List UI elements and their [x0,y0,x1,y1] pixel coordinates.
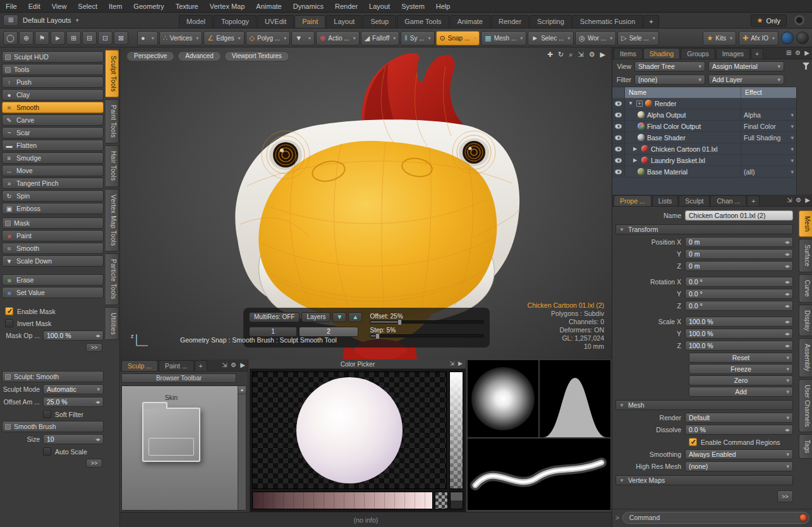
more-options-button[interactable]: >> [86,343,102,352]
transform-action-button[interactable]: Reset [689,353,793,363]
render-dropdown[interactable]: Default [685,413,793,423]
side-tab[interactable]: Surface [799,239,812,272]
properties-tab[interactable]: + [747,195,760,206]
transform-value-field[interactable]: 100.0 % [685,329,793,339]
sculpt-tool-item[interactable]: ✎ Carve [2,114,104,126]
transform-value-field[interactable]: 0 m [685,249,793,259]
shader-tree-row-base-shader[interactable]: Base Shader Full Shading▾ [612,132,796,143]
value-gradient-bar[interactable] [252,492,433,509]
toolbar-button[interactable]: ▷ Sele ... [617,31,659,45]
side-tab[interactable]: Display [799,305,812,337]
tool-category-tab[interactable]: Vertex Map Tools [106,189,119,251]
effect-cell[interactable]: ▾ [741,155,796,166]
transform-value-field[interactable]: 0.0 ° [685,289,793,299]
command-chevron-icon[interactable]: > [615,514,619,521]
visibility-toggle[interactable] [612,155,625,166]
ellipse-icon[interactable]: ◯ [3,31,18,45]
color-sphere-area[interactable] [252,372,447,489]
layouts-icon[interactable]: ⊞ [3,15,18,26]
transform-action-button[interactable]: Freeze [689,364,793,374]
menu-item[interactable]: View [46,0,73,13]
menu-item[interactable]: Item [103,0,128,13]
expand-icon[interactable]: ▶ [633,146,639,152]
sculpt-smooth-header[interactable]: Sculpt: Smooth [2,371,104,382]
sculpt-tool-item[interactable]: ▬ Flatten [2,140,104,151]
expand-plus-icon[interactable]: + [636,100,643,107]
auto-scale-checkbox[interactable] [43,447,51,456]
side-tab[interactable]: User Channels [799,379,812,432]
transform-value-field[interactable]: 100.0 % [685,341,793,351]
layout-tab[interactable]: Render [491,15,529,28]
enable-mask-checkbox[interactable] [5,307,13,315]
sculpt-tool-item[interactable]: ↻ Spin [2,190,104,202]
shading-tab[interactable]: Items [614,48,643,59]
mask-tool-item[interactable]: ■ Erase [2,274,104,286]
toolbar-button[interactable]: ● [137,31,158,45]
filter-dropdown[interactable]: (none) [634,75,705,85]
toolbar-button[interactable]: ◢ Falloff [361,31,400,45]
shader-tree-row-base-material[interactable]: Base Material (all)▾ [612,166,796,178]
effect-cell[interactable]: Final Color▾ [741,121,796,131]
dissolve-field[interactable]: 0.0 % [685,425,793,435]
effect-caret-icon[interactable]: ▾ [791,112,794,118]
effect-caret-icon[interactable]: ▾ [791,157,794,164]
expand-icon[interactable]: ⇲ [450,360,455,366]
expand-icon[interactable]: ⇲ [222,361,227,368]
menu-item[interactable]: Help [430,0,456,13]
effect-cell[interactable]: ▾ [741,143,796,154]
gear-icon[interactable]: ⚙ [231,361,236,368]
multires-level-2-button[interactable]: 2 [299,327,358,337]
collapse-icon[interactable]: ▼ [628,100,634,106]
offset-slider[interactable] [370,320,484,324]
pane-grid-icon[interactable]: ⊞ [66,31,81,45]
scroll-up-icon[interactable]: ▲ [238,386,246,394]
kits-button[interactable]: ★ Kits [703,31,736,45]
multires-button[interactable]: MultiRes: OFF [249,312,300,322]
menu-item[interactable]: Render [329,0,363,13]
tool-category-tab[interactable]: Hair Tools [106,145,119,186]
viewport-mode-button[interactable]: Perspective [126,51,174,61]
layers-button[interactable]: Layers [301,312,330,322]
multires-level-1-button[interactable]: 1 [249,327,297,337]
pane-close-icon[interactable]: ⊠ [114,31,128,45]
layout-tab[interactable]: Layout [326,15,362,28]
brush-stroke-preview[interactable] [468,439,610,510]
command-input[interactable] [622,512,809,524]
filter-funnel-icon[interactable] [803,63,809,70]
mask-tool-item[interactable]: ≈ Smooth [2,243,104,254]
toolbar-button[interactable]: ⊕ Actio ... [316,31,360,45]
more-options-button[interactable]: >> [86,459,102,468]
toolbar-button[interactable]: ▼ [291,31,315,45]
brush-size-field[interactable]: 10 [43,434,104,444]
menu-item[interactable]: System [396,0,430,13]
visibility-toggle[interactable] [612,143,625,154]
properties-tab[interactable]: Sculpt [679,195,710,206]
toolbar-button[interactable]: ‖ Sy ... [401,31,434,45]
layout-tab[interactable]: Setup [363,15,396,28]
layout-tab[interactable]: Topology [214,15,257,28]
menu-item[interactable]: Dynamics [288,0,329,13]
toolbar-button[interactable]: ⊙ Snap ... [436,31,480,45]
sculpt-hud-button[interactable]: Sculpt HUD [2,51,104,63]
effect-caret-icon[interactable]: ▾ [791,123,794,130]
zoom-icon[interactable]: ⌕ [569,51,573,59]
properties-tab[interactable]: Prope ... [614,195,651,206]
mesh-section-header[interactable]: ▼ Mesh [615,400,793,410]
shading-tab[interactable]: Groups [681,48,715,59]
toolbar-button[interactable]: ∴ Vertices [159,31,203,45]
menu-item[interactable]: Select [72,0,103,13]
menu-item[interactable]: Edit [23,0,46,13]
tools-header[interactable]: Tools [2,64,104,75]
transform-section-header[interactable]: ▼ Transform [615,224,793,234]
viewport-settings-icon[interactable]: ⚙ [589,51,595,59]
menu-item[interactable]: File [0,0,23,13]
effect-cell[interactable]: Alpha▾ [741,109,796,120]
grid-icon[interactable]: ⊞ [786,49,791,56]
transform-action-button[interactable]: Zero [689,375,793,385]
preset-browser[interactable]: Skin ▲ [121,385,246,511]
effect-caret-icon[interactable]: ▾ [791,169,794,175]
view-dropdown[interactable]: Shader Tree [634,61,705,71]
side-tab[interactable]: Mesh [799,210,812,237]
sculpt-tool-item[interactable]: ↔ Move [2,165,104,176]
command-history-icon[interactable] [799,514,807,521]
